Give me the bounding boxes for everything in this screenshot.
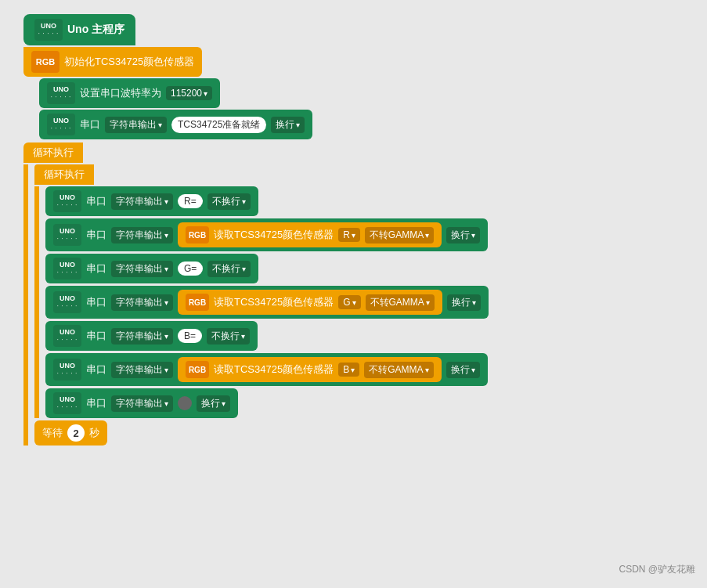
main-header-row: UNO · · · · · Uno 主程序 — [23, 14, 684, 45]
b-label-block: UNO · · · · · 串口 字符串输出 B= 不换行 — [45, 321, 258, 351]
nl-type-dropdown[interactable]: 字符串输出 — [111, 395, 173, 412]
b-sensor-block: UNO · · · · · 串口 字符串输出 RGB 读取TCS34725颜色传… — [45, 353, 488, 386]
g-value: G= — [178, 262, 203, 276]
g2-sensor-label: 读取TCS34725颜色传感器 — [214, 295, 334, 309]
g-newline-dropdown[interactable]: 不换行 — [207, 261, 251, 277]
b2-gamma-dropdown[interactable]: 不转GAMMA — [364, 362, 433, 378]
baud-block: UNO · · · · · 设置串口波特率为 115200 — [39, 78, 220, 108]
b-type-dropdown[interactable]: 字符串输出 — [111, 328, 173, 345]
nl-serial-label: 串口 — [86, 396, 106, 410]
rgb-init-row: RGB 初始化TCS34725颜色传感器 — [23, 47, 684, 77]
g-label-row: UNO · · · · · 串口 字符串输出 G= 不换行 — [45, 254, 684, 283]
g-serial-label: 串口 — [86, 262, 106, 276]
wait-label: 等待 — [42, 426, 63, 440]
wait-block: 等待 2 秒 — [34, 420, 107, 446]
baud-row: UNO · · · · · 设置串口波特率为 115200 — [39, 78, 684, 108]
nl-block: UNO · · · · · 串口 字符串输出 换行 — [45, 388, 238, 418]
outer-loop-label: 循环执行 — [23, 142, 83, 163]
inner-loop-label: 循环执行 — [34, 164, 94, 185]
r-type-dropdown[interactable]: 字符串输出 — [111, 193, 173, 210]
uno-badge-r1: UNO · · · · · — [53, 190, 81, 212]
uno-badge-3: UNO · · · · · — [47, 114, 75, 135]
r2-gamma-dropdown[interactable]: 不转GAMMA — [365, 227, 434, 243]
b-serial-label: 串口 — [86, 329, 106, 343]
wait-value: 2 — [67, 424, 85, 442]
r2-type-dropdown[interactable]: 字符串输出 — [111, 227, 173, 243]
nl-newline-dropdown[interactable]: 换行 — [197, 395, 230, 412]
main-header-block: UNO · · · · · Uno 主程序 — [23, 14, 135, 45]
uno-badge-b2: UNO · · · · · — [53, 359, 81, 381]
nl-row: UNO · · · · · 串口 字符串输出 换行 — [45, 388, 684, 418]
b-label-row: UNO · · · · · 串口 字符串输出 B= 不换行 — [45, 321, 684, 351]
serial-label-1: 串口 — [80, 117, 100, 132]
g2-serial-label: 串口 — [86, 295, 106, 309]
outer-loop-body: 循环执行 UNO · · · · · 串口 字符串输出 R= 不换行 — [23, 164, 684, 446]
inner-loop: 循环执行 UNO · · · · · 串口 字符串输出 R= 不换行 — [34, 164, 684, 446]
r-label-block: UNO · · · · · 串口 字符串输出 R= 不换行 — [45, 186, 258, 216]
wait-unit: 秒 — [89, 426, 99, 440]
b-value: B= — [178, 329, 202, 343]
g-label-block: UNO · · · · · 串口 字符串输出 G= 不换行 — [45, 254, 258, 283]
uno-badge-g1: UNO · · · · · — [53, 258, 81, 280]
r-sensor-value-block: RGB 读取TCS34725颜色传感器 R 不转GAMMA — [178, 222, 442, 247]
b2-sensor-label: 读取TCS34725颜色传感器 — [214, 363, 334, 377]
main-title: Uno 主程序 — [67, 23, 124, 37]
r2-channel-dropdown[interactable]: R — [338, 228, 360, 242]
r-sensor-row: UNO · · · · · 串口 字符串输出 RGB 读取TCS34725颜色传… — [45, 218, 684, 251]
serial-newline-dropdown-1[interactable]: 换行 — [271, 117, 305, 133]
g-type-dropdown[interactable]: 字符串输出 — [111, 261, 173, 277]
b-newline-dropdown[interactable]: 不换行 — [207, 328, 250, 345]
b2-serial-label: 串口 — [86, 363, 106, 377]
nl-circle-icon — [178, 396, 192, 410]
g2-gamma-dropdown[interactable]: 不转GAMMA — [366, 294, 435, 311]
r-value: R= — [178, 194, 203, 208]
rgb-init-block: RGB 初始化TCS34725颜色传感器 — [23, 47, 202, 77]
g-sensor-row: UNO · · · · · 串口 字符串输出 RGB 读取TCS34725颜色传… — [45, 286, 684, 319]
r2-newline-dropdown[interactable]: 换行 — [446, 227, 480, 243]
outer-loop: 循环执行 循环执行 UNO · · · · · 串口 字符串输出 — [23, 142, 684, 446]
baud-label: 设置串口波特率为 — [80, 86, 161, 100]
serial-type-dropdown-1[interactable]: 字符串输出 — [105, 117, 167, 133]
serial-ready-value: TCS34725准备就绪 — [171, 117, 266, 133]
r-sensor-block: UNO · · · · · 串口 字符串输出 RGB 读取TCS34725颜色传… — [45, 218, 488, 251]
rgb-init-label: 初始化TCS34725颜色传感器 — [64, 55, 194, 69]
g2-newline-dropdown[interactable]: 换行 — [447, 294, 481, 311]
r2-serial-label: 串口 — [86, 228, 106, 242]
serial-ready-row: UNO · · · · · 串口 字符串输出 TCS34725准备就绪 换行 — [39, 110, 684, 139]
rgb-badge-b: RGB — [186, 361, 209, 378]
r-label-row: UNO · · · · · 串口 字符串输出 R= 不换行 — [45, 186, 684, 216]
uno-badge-g2: UNO · · · · · — [53, 291, 81, 313]
g-sensor-value-block: RGB 读取TCS34725颜色传感器 G 不转GAMMA — [178, 290, 442, 315]
b-sensor-row: UNO · · · · · 串口 字符串输出 RGB 读取TCS34725颜色传… — [45, 353, 684, 386]
b2-newline-dropdown[interactable]: 换行 — [446, 362, 480, 378]
g2-channel-dropdown[interactable]: G — [338, 295, 360, 309]
r-newline-dropdown[interactable]: 不换行 — [207, 193, 251, 210]
uno-badge-b1: UNO · · · · · — [53, 325, 81, 347]
wait-row: 等待 2 秒 — [34, 420, 684, 446]
main-content: UNO · · · · · Uno 主程序 RGB 初始化TCS34725颜色传… — [8, 8, 699, 452]
rgb-badge-g: RGB — [186, 294, 209, 311]
uno-badge-2: UNO · · · · · — [47, 82, 75, 104]
b-sensor-value-block: RGB 读取TCS34725颜色传感器 B 不转GAMMA — [178, 357, 442, 382]
inner-loop-body: UNO · · · · · 串口 字符串输出 R= 不换行 — [34, 186, 684, 418]
r2-sensor-label: 读取TCS34725颜色传感器 — [214, 228, 334, 242]
watermark: CSDN @驴友花雕 — [619, 563, 695, 576]
rgb-badge: RGB — [31, 51, 60, 73]
baud-value-dropdown[interactable]: 115200 — [166, 86, 212, 100]
g-sensor-block: UNO · · · · · 串口 字符串输出 RGB 读取TCS34725颜色传… — [45, 286, 489, 319]
serial-ready-block: UNO · · · · · 串口 字符串输出 TCS34725准备就绪 换行 — [39, 110, 312, 139]
uno-badge: UNO · · · · · — [34, 19, 63, 41]
rgb-badge-r: RGB — [186, 226, 209, 243]
b2-channel-dropdown[interactable]: B — [338, 363, 359, 377]
uno-badge-r2: UNO · · · · · — [53, 224, 81, 246]
uno-badge-nl: UNO · · · · · — [53, 392, 81, 414]
g2-type-dropdown[interactable]: 字符串输出 — [111, 294, 173, 311]
r-serial-label: 串口 — [86, 194, 106, 208]
b2-type-dropdown[interactable]: 字符串输出 — [111, 362, 173, 378]
